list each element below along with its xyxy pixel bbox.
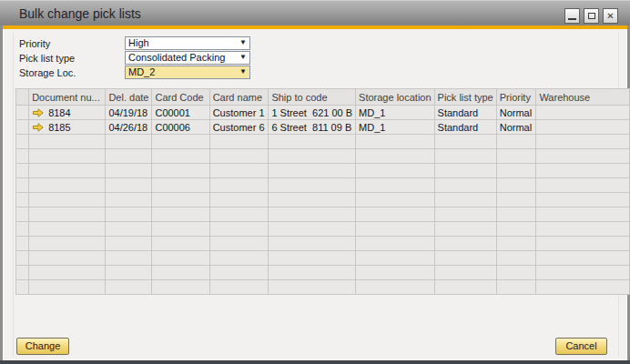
table-cell[interactable] [269,237,356,251]
table-cell[interactable] [106,149,152,164]
table-cell[interactable] [209,178,269,193]
row-selector[interactable] [16,106,29,120]
table-cell[interactable]: 1 Street 621 00 B [269,106,356,120]
pick-list-type-dropdown[interactable]: Consolidated Packing ▼ [125,51,250,65]
table-cell[interactable] [269,149,356,164]
table-cell[interactable] [536,149,630,164]
table-cell[interactable] [269,207,356,222]
table-cell[interactable] [269,193,356,207]
table-cell[interactable] [536,178,630,193]
column-header-warehouse[interactable]: Warehouse [536,89,630,106]
chevron-down-icon[interactable]: ▼ [239,53,247,61]
table-cell[interactable] [106,178,152,193]
table-cell[interactable] [496,164,536,178]
column-header-priority[interactable]: Priority [496,89,536,106]
table-cell[interactable]: 8185 [29,120,106,135]
table-cell[interactable]: MD_1 [356,106,435,120]
row-selector[interactable] [16,178,29,193]
table-cell[interactable] [29,135,106,149]
column-header-card-code[interactable]: Card Code [152,89,209,106]
title-bar[interactable]: Bulk change pick lists ✕ [0,0,630,25]
table-cell[interactable] [106,251,152,266]
table-cell[interactable]: 04/19/18 [106,106,152,120]
row-selector[interactable] [16,280,29,295]
table-cell[interactable] [152,280,209,295]
row-selector[interactable] [16,149,29,164]
table-cell[interactable] [29,164,106,178]
table-cell[interactable] [356,280,435,295]
table-cell[interactable] [106,207,152,222]
row-selector[interactable] [16,120,29,135]
storage-loc-dropdown[interactable]: MD_2 ▼ [125,66,250,79]
table-cell[interactable] [152,149,209,164]
table-cell[interactable] [356,251,435,266]
table-cell[interactable]: Customer 1 [209,106,269,120]
table-cell[interactable] [536,120,630,135]
table-cell[interactable]: C00006 [152,120,209,135]
table-cell[interactable] [152,266,209,280]
table-cell[interactable]: Standard [434,120,496,135]
table-cell[interactable] [106,135,152,149]
table-cell[interactable]: 6 Street 811 09 B [269,120,356,135]
column-header-del-date[interactable]: Del. date [106,89,152,106]
table-cell[interactable] [356,222,435,237]
table-cell[interactable] [209,251,269,266]
row-selector[interactable] [16,237,29,251]
table-cell[interactable] [269,222,356,237]
table-cell[interactable] [496,280,536,295]
table-cell[interactable] [434,178,496,193]
table-cell[interactable] [269,164,356,178]
table-cell[interactable] [536,207,630,222]
table-cell[interactable] [106,222,152,237]
table-cell[interactable] [152,178,209,193]
row-selector[interactable] [16,222,29,237]
chevron-down-icon[interactable]: ▼ [239,67,247,76]
table-cell[interactable] [536,193,630,207]
maximize-button[interactable] [584,8,599,24]
table-cell[interactable] [434,207,496,222]
table-cell[interactable] [29,251,106,266]
table-cell[interactable] [356,207,435,222]
column-header-card-name[interactable]: Card name [209,89,269,106]
link-arrow-icon[interactable] [33,108,44,117]
table-cell[interactable] [269,266,356,280]
table-cell[interactable] [434,193,496,207]
table-cell[interactable] [434,266,496,280]
table-cell[interactable]: Normal [496,120,536,135]
chevron-down-icon[interactable]: ▼ [239,38,247,46]
table-cell[interactable] [152,193,209,207]
row-selector[interactable] [16,251,29,266]
table-cell[interactable] [356,164,435,178]
table-cell[interactable] [496,237,536,251]
change-button[interactable]: Change [16,338,69,355]
row-selector[interactable] [16,135,29,149]
table-cell[interactable] [434,280,496,295]
table-cell[interactable] [106,193,152,207]
table-cell[interactable] [536,222,630,237]
table-cell[interactable] [536,164,630,178]
column-header-ship-to-code[interactable]: Ship to code [269,89,356,106]
table-cell[interactable] [106,237,152,251]
table-cell[interactable]: C00001 [152,106,209,120]
table-cell[interactable] [536,135,630,149]
table-cell[interactable] [209,135,269,149]
column-header-storage-location[interactable]: Storage location [356,89,435,106]
table-cell[interactable] [269,280,356,295]
table-cell[interactable] [29,237,106,251]
column-header-document-nu[interactable]: Document nu... [29,89,106,106]
table-cell[interactable]: Customer 6 [209,120,269,135]
table-cell[interactable] [536,237,630,251]
table-cell[interactable] [356,149,435,164]
table-cell[interactable] [356,193,435,207]
table-cell[interactable] [496,222,536,237]
table-cell[interactable] [209,149,269,164]
table-cell[interactable] [152,164,209,178]
table-cell[interactable] [29,222,106,237]
row-selector[interactable] [16,193,29,207]
minimize-button[interactable] [564,8,580,24]
priority-dropdown[interactable]: High ▼ [125,36,250,50]
table-cell[interactable]: MD_1 [356,120,435,135]
table-cell[interactable]: Normal [496,106,536,120]
table-cell[interactable] [29,280,106,295]
table-cell[interactable] [356,266,435,280]
